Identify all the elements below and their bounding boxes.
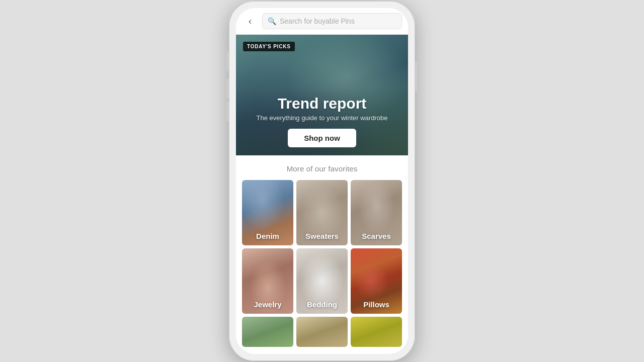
search-bar-container[interactable]: 🔍 Search for buyable Pins [262,13,402,29]
hero-title: Trend report [244,95,400,112]
jewelry-label: Jewelry [242,300,293,309]
top-bar: ‹ 🔍 Search for buyable Pins [236,8,408,35]
hero-content: Trend report The everything guide to you… [236,87,408,155]
partial-item-1[interactable] [242,317,293,347]
phone-screen: ‹ 🔍 Search for buyable Pins TODAY'S PICK… [236,8,408,354]
favorites-title: More of our favorites [242,164,402,173]
today-picks-badge: TODAY'S PICKS [243,42,295,51]
shop-now-button[interactable]: Shop now [288,129,356,147]
partial-item-2[interactable] [296,317,348,347]
category-scarves[interactable]: Scarves [351,180,402,245]
favorites-section: More of our favorites Denim Sweaters Sca… [236,155,408,354]
main-content: TODAY'S PICKS Trend report The everythin… [236,35,408,354]
category-pillows[interactable]: Pillows [351,248,402,314]
category-denim[interactable]: Denim [242,180,293,245]
category-sweaters[interactable]: Sweaters [296,180,348,245]
scarves-label: Scarves [351,232,402,240]
pillows-label: Pillows [351,300,402,309]
search-icon: 🔍 [268,17,276,25]
sweaters-label: Sweaters [296,232,348,240]
categories-grid: Denim Sweaters Scarves Jewelry [242,180,402,314]
hero-banner[interactable]: TODAY'S PICKS Trend report The everythin… [236,35,408,155]
hero-subtitle: The everything guide to your winter ward… [244,114,400,122]
denim-label: Denim [242,232,293,240]
partial-item-3[interactable] [351,317,402,347]
partial1-bg [242,317,293,347]
partial2-bg [296,317,348,347]
search-placeholder: Search for buyable Pins [280,17,355,25]
category-jewelry[interactable]: Jewelry [242,248,293,314]
partial3-bg [351,317,402,347]
bedding-label: Bedding [296,300,348,309]
back-button[interactable]: ‹ [242,13,258,29]
bottom-partial-row [242,317,402,350]
category-bedding[interactable]: Bedding [296,248,348,314]
phone-device: ‹ 🔍 Search for buyable Pins TODAY'S PICK… [229,1,415,361]
